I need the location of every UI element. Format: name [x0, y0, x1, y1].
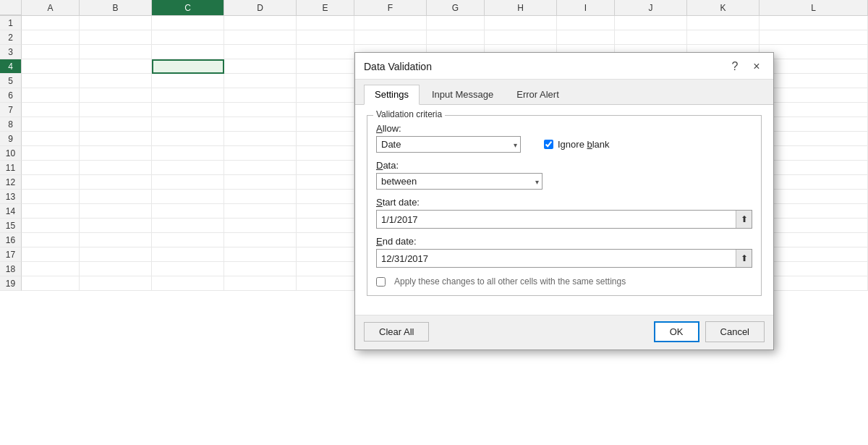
col-header-k[interactable]: K — [687, 0, 760, 15]
col-header-a[interactable]: A — [22, 0, 80, 15]
ignore-blank-label[interactable]: Ignore blank — [558, 139, 610, 150]
col-header-e[interactable]: E — [297, 0, 354, 15]
row-header-5: 5 — [0, 74, 22, 88]
row-header-14: 14 — [0, 204, 22, 219]
start-date-label: Start date: — [376, 197, 752, 208]
cell-h1[interactable] — [485, 16, 557, 30]
allow-select[interactable]: Any value Whole number Decimal List Date… — [377, 137, 520, 152]
row-header-1: 1 — [0, 16, 22, 30]
row-header-18: 18 — [0, 262, 22, 276]
cell-j1[interactable] — [615, 16, 687, 30]
col-header-f[interactable]: F — [354, 0, 427, 15]
apply-changes-checkbox[interactable] — [376, 277, 386, 287]
col-header-i[interactable]: I — [557, 0, 615, 15]
apply-changes-label[interactable]: Apply these changes to all other cells w… — [394, 276, 626, 287]
cell-c1[interactable] — [152, 16, 224, 30]
dialog-footer: Clear All OK Cancel — [355, 315, 773, 349]
dialog-content: Validation criteria Allow: Any value Who… — [355, 105, 773, 315]
tab-input-message[interactable]: Input Message — [421, 85, 504, 105]
row-header-11: 11 — [0, 161, 22, 175]
row-header-7: 7 — [0, 103, 22, 117]
row-header-10: 10 — [0, 146, 22, 161]
col-header-j[interactable]: J — [615, 0, 687, 15]
start-date-picker-btn[interactable]: ⬆ — [736, 211, 752, 228]
end-date-input-wrapper[interactable]: ⬆ — [376, 249, 752, 268]
cell-g1[interactable] — [427, 16, 485, 30]
help-button[interactable]: ? — [727, 59, 743, 75]
row-header-13: 13 — [0, 190, 22, 204]
end-date-row: ⬆ — [376, 249, 752, 268]
table-row: 2 — [0, 30, 868, 45]
row-header-17: 17 — [0, 247, 22, 262]
allow-select-wrapper[interactable]: Any value Whole number Decimal List Date… — [376, 136, 521, 153]
dialog-titlebar-icons: ? × — [727, 59, 765, 75]
dialog-title: Data Validation — [364, 61, 432, 72]
ok-button[interactable]: OK — [654, 321, 699, 342]
row-header-6: 6 — [0, 88, 22, 103]
data-select-wrapper[interactable]: between not between equal to not equal t… — [376, 173, 542, 190]
start-date-input[interactable] — [377, 212, 736, 227]
cell-d1[interactable] — [224, 16, 297, 30]
validation-criteria-section: Validation criteria Allow: Any value Who… — [367, 115, 762, 296]
row-header-9: 9 — [0, 132, 22, 146]
dialog-titlebar: Data Validation ? × — [355, 53, 773, 80]
row-header-19: 19 — [0, 276, 22, 291]
table-row: 1 — [0, 16, 868, 30]
col-header-b[interactable]: B — [80, 0, 152, 15]
end-date-input[interactable] — [377, 251, 736, 266]
dialog-tabs: Settings Input Message Error Alert — [355, 80, 773, 105]
data-validation-dialog: Data Validation ? × Settings Input Messa… — [354, 52, 774, 350]
cell-k1[interactable] — [687, 16, 760, 30]
tab-settings[interactable]: Settings — [364, 85, 420, 105]
row-header-3: 3 — [0, 45, 22, 59]
row-header-12: 12 — [0, 175, 22, 190]
footer-right: OK Cancel — [654, 321, 765, 342]
data-group: Data: between not between equal to not e… — [376, 160, 752, 190]
cell-a1[interactable] — [22, 16, 80, 30]
data-select[interactable]: between not between equal to not equal t… — [377, 174, 542, 189]
close-button[interactable]: × — [749, 59, 765, 75]
end-date-picker-btn[interactable]: ⬆ — [736, 250, 752, 267]
cell-e1[interactable] — [297, 16, 354, 30]
cell-f1[interactable] — [354, 16, 427, 30]
data-label: Data: — [376, 160, 752, 171]
allow-label: Allow: — [376, 123, 752, 134]
active-cell-c4[interactable] — [152, 59, 224, 74]
end-date-label: End date: — [376, 236, 752, 247]
allow-group: Allow: Any value Whole number Decimal Li… — [376, 123, 752, 153]
corner-cell — [0, 0, 22, 15]
cell-b1[interactable] — [80, 16, 152, 30]
section-legend: Validation criteria — [373, 109, 445, 119]
row-header-15: 15 — [0, 219, 22, 233]
tab-error-alert[interactable]: Error Alert — [506, 85, 570, 105]
cell-i1[interactable] — [557, 16, 615, 30]
row-header-4: 4 — [0, 59, 22, 74]
allow-label-text: Allow: — [376, 123, 401, 134]
end-date-group: End date: ⬆ — [376, 236, 752, 268]
row-header-8: 8 — [0, 117, 22, 132]
start-date-input-wrapper[interactable]: ⬆ — [376, 210, 752, 229]
clear-all-button[interactable]: Clear All — [364, 322, 429, 342]
col-header-d[interactable]: D — [224, 0, 297, 15]
cancel-button[interactable]: Cancel — [705, 321, 765, 342]
start-date-row: ⬆ — [376, 210, 752, 229]
row-header-2: 2 — [0, 30, 22, 45]
col-header-c[interactable]: C — [152, 0, 224, 15]
apply-row: Apply these changes to all other cells w… — [376, 275, 752, 287]
ignore-blank-checkbox[interactable] — [544, 140, 553, 149]
col-header-h[interactable]: H — [485, 0, 557, 15]
col-header-g[interactable]: G — [427, 0, 485, 15]
cell-l1[interactable] — [760, 16, 868, 30]
col-header-l[interactable]: L — [760, 0, 868, 15]
ignore-blank-row: Ignore blank — [544, 139, 610, 150]
row-header-16: 16 — [0, 233, 22, 247]
start-date-group: Start date: ⬆ — [376, 197, 752, 229]
